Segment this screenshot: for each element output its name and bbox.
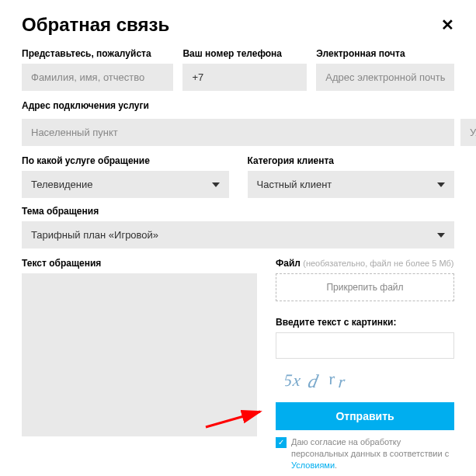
close-icon[interactable]: ✕ [441, 17, 454, 33]
captcha-image: 5x d r r [276, 363, 454, 398]
service-value: Телевидение [31, 179, 92, 190]
phone-input[interactable] [182, 64, 307, 91]
chevron-down-icon [437, 182, 445, 187]
page-title: Обратная связь [22, 14, 169, 36]
file-hint: (необязательно, файл не более 5 Мб) [303, 259, 453, 268]
email-input[interactable] [316, 64, 454, 91]
topic-select[interactable]: Тарифный план «Игровой» [22, 221, 454, 248]
svg-text:r: r [338, 372, 346, 391]
client-label: Категория клиента [248, 155, 455, 166]
file-label: Файл [276, 258, 301, 269]
terms-link[interactable]: Условиями [291, 460, 335, 470]
address-label: Адрес подключения услуги [22, 100, 454, 111]
street-input[interactable] [460, 119, 476, 146]
captcha-label: Введите текст с картинки: [276, 317, 454, 328]
svg-text:r: r [327, 369, 337, 388]
topic-label: Тема обращения [22, 206, 454, 217]
svg-text:d: d [306, 370, 321, 391]
chevron-down-icon [212, 182, 220, 187]
submit-button[interactable]: Отправить [276, 402, 454, 430]
captcha-input[interactable] [276, 332, 454, 359]
message-textarea[interactable] [22, 273, 257, 436]
service-label: По какой услуге обращение [22, 155, 229, 166]
client-select[interactable]: Частный клиент [248, 171, 455, 198]
phone-label: Ваш номер телефона [182, 48, 307, 59]
name-input[interactable] [22, 64, 173, 91]
chevron-down-icon [437, 233, 445, 238]
topic-value: Тарифный план «Игровой» [31, 229, 158, 241]
text-label: Текст обращения [22, 258, 257, 269]
svg-text:5x: 5x [285, 370, 302, 390]
email-label: Электронная почта [316, 48, 454, 59]
consent-checkbox[interactable]: ✓ [276, 437, 287, 448]
name-label: Представьтесь, пожалуйста [22, 48, 173, 59]
consent-text: Даю согласие на обработку персональных д… [291, 436, 454, 471]
attach-file-button[interactable]: Прикрепить файл [276, 273, 454, 301]
service-select[interactable]: Телевидение [22, 171, 229, 198]
city-input[interactable] [22, 119, 454, 146]
client-value: Частный клиент [257, 179, 332, 190]
